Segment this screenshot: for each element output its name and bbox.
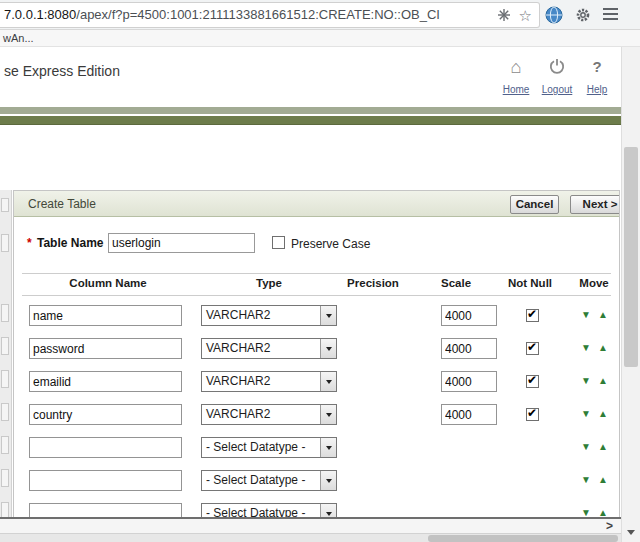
nav-home[interactable]: ⌂ Home [498,57,534,97]
select-dropdown-icon[interactable] [320,306,336,325]
vertical-scrollbar[interactable] [621,47,640,542]
bookmark-item[interactable]: wAn... [3,30,34,46]
region-title: Create Table [28,191,96,217]
scale-input[interactable] [441,371,497,392]
browser-chrome: 7.0.0.1:8080/apex/f?p=4500:1001:21111338… [0,0,640,30]
horizontal-scroll-thumb[interactable] [428,535,618,542]
home-icon[interactable]: ⌂ [498,57,534,79]
column-row: - Select Datatype - ▼ ▲ [14,466,619,499]
table-name-input[interactable] [108,233,255,253]
page-title: se Express Edition [4,63,120,79]
not-null-checkbox[interactable]: ✔ [526,342,539,355]
cancel-button[interactable]: Cancel [510,195,559,214]
cropped-content-mark [1,436,9,454]
nav-logout[interactable]: Logout [539,57,575,97]
url-path: /apex/f?p=4500:1001:2111133881661512:CRE… [76,7,440,22]
help-icon[interactable]: ? [579,57,615,79]
cropped-content-mark [1,304,9,322]
scroll-right-icon[interactable]: > [602,520,617,533]
logout-power-icon[interactable] [539,57,575,79]
header-precision: Precision [347,277,399,289]
required-marker: * [27,236,32,250]
move-up-icon[interactable]: ▲ [598,309,608,320]
move-up-icon[interactable]: ▲ [598,342,608,353]
datatype-select-value: VARCHAR2 [206,339,270,358]
datatype-select[interactable]: - Select Datatype - [201,437,337,458]
cropped-content-mark [1,403,9,421]
column-name-input[interactable] [29,404,182,425]
logout-link-label[interactable]: Logout [542,84,573,95]
browser-menu-icon[interactable] [603,8,618,23]
move-up-icon[interactable]: ▲ [598,441,608,452]
grid-rule-bottom [22,295,611,296]
checkmark-icon: ✔ [527,407,537,420]
column-row: VARCHAR2 ✔ ▼ ▲ [14,367,619,400]
datatype-select[interactable]: VARCHAR2 [201,404,337,425]
datatype-select[interactable]: VARCHAR2 [201,338,337,359]
bottom-scroll-track[interactable] [0,533,621,542]
help-link-label[interactable]: Help [587,84,608,95]
move-down-icon[interactable]: ▼ [581,507,591,517]
theme-bar-dark [0,116,621,125]
column-row: - Select Datatype - ▼ ▲ [14,499,619,517]
column-name-input[interactable] [29,338,182,359]
column-name-input[interactable] [29,305,182,326]
move-up-icon[interactable]: ▲ [598,375,608,386]
column-name-input[interactable] [29,470,182,491]
move-down-icon[interactable]: ▼ [581,408,591,419]
header-scale: Scale [441,277,471,289]
address-bar[interactable]: 7.0.0.1:8080/apex/f?p=4500:1001:21111338… [0,2,540,28]
header-column-name: Column Name [69,277,146,289]
vertical-scroll-thumb[interactable] [624,147,638,367]
select-dropdown-icon[interactable] [320,372,336,391]
datatype-select[interactable]: - Select Datatype - [201,470,337,491]
column-name-input[interactable] [29,371,182,392]
table-name-label: Table Name [37,236,103,250]
move-up-icon[interactable]: ▲ [598,408,608,419]
scale-input[interactable] [441,404,497,425]
home-link-label[interactable]: Home [503,84,530,95]
not-null-checkbox[interactable]: ✔ [526,408,539,421]
column-name-input[interactable] [29,503,182,517]
nav-help[interactable]: ? Help [579,57,615,97]
scale-input[interactable] [441,338,497,359]
preserve-case-checkbox[interactable]: ✔ [272,236,285,249]
move-up-icon[interactable]: ▲ [598,507,608,517]
move-up-icon[interactable]: ▲ [598,474,608,485]
url-host: 7.0.0.1:8080 [4,7,76,22]
select-dropdown-icon[interactable] [320,405,336,424]
datatype-select[interactable]: - Select Datatype - [201,503,337,517]
extension-icon[interactable] [497,8,511,26]
select-dropdown-icon[interactable] [320,471,336,490]
header-type: Type [256,277,282,289]
globe-icon[interactable] [545,6,563,28]
not-null-checkbox[interactable]: ✔ [526,375,539,388]
cropped-content-mark [1,234,9,252]
next-button[interactable]: Next > [570,195,620,214]
table-name-row: * Table Name ✔ Preserve Case [14,233,619,257]
column-name-input[interactable] [29,437,182,458]
move-down-icon[interactable]: ▼ [581,474,591,485]
column-row: VARCHAR2 ✔ ▼ ▲ [14,301,619,334]
select-dropdown-icon[interactable] [320,339,336,358]
select-dropdown-icon[interactable] [320,504,336,517]
checkmark-icon: ✔ [527,341,537,354]
create-table-region: Create Table Cancel Next > * Table Name … [13,190,620,517]
not-null-checkbox[interactable]: ✔ [526,309,539,322]
datatype-select-value: VARCHAR2 [206,372,270,391]
bookmarks-bar: wAn... [0,30,640,47]
datatype-select[interactable]: VARCHAR2 [201,371,337,392]
gear-icon[interactable] [575,7,591,27]
bookmark-star-icon[interactable]: ☆ [519,5,532,27]
move-down-icon[interactable]: ▼ [581,342,591,353]
grid-rule-top [22,273,611,274]
scale-input[interactable] [441,305,497,326]
theme-bar-light [0,107,621,114]
move-down-icon[interactable]: ▼ [581,309,591,320]
select-dropdown-icon[interactable] [320,438,336,457]
frame-horizontal-scrollbar[interactable]: > [0,517,621,533]
datatype-select[interactable]: VARCHAR2 [201,305,337,326]
scroll-down-icon[interactable] [622,524,640,540]
move-down-icon[interactable]: ▼ [581,375,591,386]
move-down-icon[interactable]: ▼ [581,441,591,452]
